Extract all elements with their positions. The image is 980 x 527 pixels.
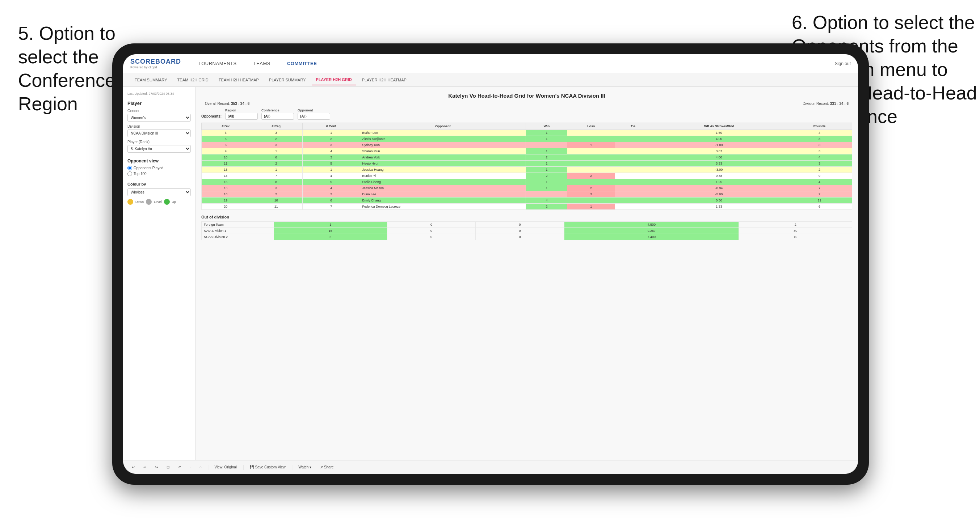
legend-up-label: Up	[172, 200, 176, 204]
opponent-view-radio-group: Opponents Played Top 100	[127, 166, 191, 176]
sidebar-player-title: Player	[127, 100, 191, 106]
toolbar-dot[interactable]: ·	[187, 464, 194, 470]
ood-row: Foreign Team1004.5002	[202, 222, 852, 228]
filters-row: Opponents: Region (All) Conference (All)	[201, 108, 852, 120]
tablet-screen: SCOREBOARD Powered by clippd TOURNAMENTS…	[123, 54, 858, 474]
col-div: # Div	[202, 123, 250, 130]
out-of-division-table: Foreign Team1004.5002NAIA Division 11500…	[201, 221, 852, 240]
colour-by-title: Colour by	[127, 182, 191, 186]
filter-region-group: Region (All)	[225, 108, 258, 120]
table-row: 1634Jessica Mason12-0.947	[202, 185, 852, 191]
table-row: 1063Andrea York24.004	[202, 154, 852, 160]
overall-record-label: Overall Record: 353 - 34 - 6	[205, 102, 250, 106]
radio-top100[interactable]: Top 100	[127, 171, 191, 176]
division-label: Division	[127, 124, 191, 129]
toolbar-undo[interactable]: ↩	[129, 464, 138, 470]
col-rounds: Rounds	[787, 123, 852, 130]
legend-level-dot	[146, 199, 152, 205]
sub-nav: TEAM SUMMARY TEAM H2H GRID TEAM H2H HEAT…	[123, 73, 858, 87]
col-conf: # Conf	[302, 123, 360, 130]
table-row: 1125Heejo Hyun13.333	[202, 160, 852, 167]
filter-opponent-select[interactable]: (All)	[298, 113, 330, 120]
legend-down-dot	[127, 199, 133, 205]
colour-by-select[interactable]: Win/loss	[127, 189, 191, 196]
filter-opponent-group: Opponent (All)	[298, 108, 330, 120]
nav-committee[interactable]: COMMITTEE	[284, 59, 320, 68]
table-row: 331Esther Lee11.504	[202, 130, 852, 136]
col-win: Win	[526, 123, 567, 130]
player-rank-label: Player (Rank)	[127, 140, 191, 144]
sub-nav-team-summary[interactable]: TEAM SUMMARY	[130, 75, 172, 85]
sub-nav-player-h2h-heatmap[interactable]: PLAYER H2H HEATMAP	[358, 75, 411, 85]
col-reg: # Reg	[250, 123, 302, 130]
content-area: Katelyn Vo Head-to-Head Grid for Women's…	[196, 87, 858, 460]
bottom-toolbar: ↩ ↩ ↪ ⊡ ↶ · ○ | View: Original | 💾 Save …	[123, 460, 858, 474]
player-h2h-table: # Div # Reg # Conf Opponent Win Loss Tie…	[201, 122, 852, 210]
col-tie: Tie	[615, 123, 651, 130]
toolbar-refresh[interactable]: ↶	[175, 464, 184, 470]
filter-region-select[interactable]: (All)	[225, 113, 258, 120]
overall-record-value: 353 - 34 - 6	[231, 102, 250, 106]
table-row: 1311Jessica Huang1-3.002	[202, 167, 852, 173]
player-rank-select[interactable]: 8. Katelyn Vo	[127, 145, 191, 152]
opponent-view-title: Opponent view	[127, 159, 191, 163]
opponents-label: Opponents:	[201, 114, 221, 120]
sidebar: Last Updated: 27/03/2024 08:34 Player Ge…	[123, 87, 196, 460]
division-select[interactable]: NCAA Division III	[127, 130, 191, 137]
filter-conference-select[interactable]: (All)	[261, 113, 294, 120]
grid-main-title: Katelyn Vo Head-to-Head Grid for Women's…	[201, 93, 852, 99]
filter-conference-group: Conference (All)	[261, 108, 294, 120]
filter-region-label: Region	[225, 108, 258, 112]
toolbar-sep1: |	[207, 464, 209, 470]
logo-area: SCOREBOARD Powered by clippd	[130, 58, 181, 69]
toolbar-circle[interactable]: ○	[197, 464, 205, 470]
toolbar-sep2: |	[243, 464, 244, 470]
sub-nav-player-h2h-grid[interactable]: PLAYER H2H GRID	[312, 75, 356, 85]
ood-row: NCAA Division 25007.40010	[202, 234, 852, 240]
legend-up-dot	[164, 199, 170, 205]
ood-row: NAIA Division 115009.26730	[202, 228, 852, 234]
table-row: 1822Euna Lee3-5.002	[202, 191, 852, 197]
out-of-division-title: Out of division	[201, 215, 852, 219]
legend-down-label: Down	[135, 200, 144, 204]
table-row: 1585Stella Cheng11.254	[202, 179, 852, 185]
toolbar-save-custom[interactable]: 💾 Save Custom View	[247, 464, 288, 470]
table-row: 1474Eunice Yi220.389	[202, 173, 852, 179]
col-loss: Loss	[567, 123, 615, 130]
radio-opponents-played[interactable]: Opponents Played	[127, 166, 191, 170]
logo-text: SCOREBOARD	[130, 58, 181, 65]
col-diff: Diff Av Strokes/Rnd	[651, 123, 787, 130]
division-record-label: Division Record: 331 - 34 - 6	[803, 102, 849, 106]
grid-records: Overall Record: 353 - 34 - 6 Division Re…	[201, 102, 852, 106]
toolbar-redo2[interactable]: ↪	[152, 464, 161, 470]
nav-tournaments[interactable]: TOURNAMENTS	[196, 59, 240, 68]
gender-label: Gender	[127, 109, 191, 113]
legend: Down Level Up	[127, 199, 191, 205]
sign-out-link[interactable]: Sign out	[835, 61, 851, 66]
main-content: Last Updated: 27/03/2024 08:34 Player Ge…	[123, 87, 858, 460]
toolbar-redo1[interactable]: ↩	[140, 464, 149, 470]
toolbar-grid[interactable]: ⊡	[164, 464, 172, 470]
table-row: 522Alexis Sudjianto14.003	[202, 136, 852, 142]
toolbar-sep3: |	[291, 464, 293, 470]
toolbar-share[interactable]: ↗ Share	[317, 464, 336, 470]
grid-title-section: Katelyn Vo Head-to-Head Grid for Women's…	[201, 93, 852, 99]
toolbar-watch[interactable]: Watch ▾	[296, 464, 314, 470]
sub-nav-team-h2h-grid[interactable]: TEAM H2H GRID	[173, 75, 213, 85]
table-row: 20117Federica Domecq Lacroze211.336	[202, 204, 852, 210]
toolbar-view-original[interactable]: View: Original	[212, 464, 240, 470]
last-updated: Last Updated: 27/03/2024 08:34	[127, 92, 191, 95]
division-record-value: 331 - 34 - 6	[830, 102, 849, 106]
col-opponent: Opponent	[360, 123, 526, 130]
tablet: SCOREBOARD Powered by clippd TOURNAMENTS…	[112, 43, 869, 485]
nav-teams[interactable]: TEAMS	[251, 59, 273, 68]
logo-sub: Powered by clippd	[130, 65, 181, 69]
legend-level-label: Level	[154, 200, 162, 204]
sub-nav-team-h2h-heatmap[interactable]: TEAM H2H HEATMAP	[214, 75, 263, 85]
sub-nav-player-summary[interactable]: PLAYER SUMMARY	[265, 75, 310, 85]
table-row: 19106Emily Chang40.3011	[202, 197, 852, 204]
gender-select[interactable]: Women's	[127, 114, 191, 122]
filter-conference-label: Conference	[261, 108, 294, 112]
filter-opponent-label: Opponent	[298, 108, 330, 112]
top-nav: SCOREBOARD Powered by clippd TOURNAMENTS…	[123, 54, 858, 73]
